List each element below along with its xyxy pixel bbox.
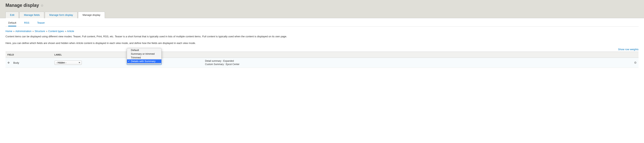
breadcrumb-sep: » [65, 30, 66, 33]
content-region: Default RSS Teaser Home » Administration… [0, 18, 644, 72]
field-name: Body [13, 61, 19, 64]
subtab-rss[interactable]: RSS [24, 21, 29, 26]
table-row: ✥ Body - Hidden - Default S [6, 58, 638, 68]
th-summary [203, 52, 631, 58]
summary-line: Custom Summary : Epcot Center [205, 63, 629, 66]
breadcrumb-sep: » [13, 30, 14, 33]
intro-em: Teaser [115, 35, 122, 38]
format-cell: Default Summary or trimmed Trimmed Detai… [127, 61, 201, 65]
th-ops [631, 52, 638, 58]
tab-edit[interactable]: Edit [6, 12, 19, 18]
breadcrumb-structure[interactable]: Structure [35, 30, 45, 33]
table-header-row: Field Label [6, 52, 638, 58]
gear-icon[interactable]: ⚙ [634, 61, 636, 64]
summary-line: Detail summary : Expanded [205, 59, 629, 63]
th-label: Label [52, 52, 125, 58]
format-dropdown-open: Default Summary or trimmed Trimmed Detai… [127, 48, 162, 63]
label-select-wrap: - Hidden - [54, 61, 82, 65]
format-option-default[interactable]: Default [127, 48, 162, 52]
subtab-default[interactable]: Default [8, 21, 16, 26]
breadcrumb: Home » Administration » Structure » Cont… [6, 30, 638, 33]
page-title: Manage display [6, 3, 39, 8]
label-visibility-select[interactable]: - Hidden - [54, 61, 82, 65]
intro-em: Article [76, 42, 83, 44]
subtab-teaser[interactable]: Teaser [37, 21, 45, 26]
formatter-summary: Detail summary : Expanded Custom Summary… [205, 59, 629, 66]
breadcrumb-article[interactable]: Article [67, 30, 74, 33]
intro-text: content is displayed in each view mode, … [83, 42, 196, 44]
secondary-tabs: Default RSS Teaser [6, 18, 638, 26]
admin-header-region: Manage display ☆ Edit Manage fields Mana… [0, 0, 644, 18]
breadcrumb-administration[interactable]: Administration [15, 30, 31, 33]
tab-manage-form-display[interactable]: Manage form display [45, 12, 78, 18]
intro-text: Here, you can define which fields are sh… [6, 42, 76, 44]
row-weights-toggle: Show row weights [6, 48, 638, 51]
breadcrumb-content-types[interactable]: Content types [48, 30, 64, 33]
field-name-cell: ✥ Body [8, 61, 50, 64]
breadcrumb-home[interactable]: Home [6, 30, 12, 33]
format-option-trimmed[interactable]: Trimmed [127, 56, 162, 59]
th-field: Field [6, 52, 52, 58]
intro-em: Full content [202, 35, 215, 38]
breadcrumb-sep: » [32, 30, 34, 33]
breadcrumb-sep: » [46, 30, 47, 33]
format-option-details-with-summary[interactable]: Details with Summary [127, 59, 162, 63]
intro-paragraph-1: Content items can be displayed using dif… [6, 35, 638, 38]
intro-text: Content items can be displayed using dif… [6, 35, 115, 38]
show-row-weights-link[interactable]: Show row weights [618, 48, 638, 51]
drag-handle-icon[interactable]: ✥ [8, 61, 10, 64]
intro-text: is a short format that is typically used… [122, 35, 202, 38]
tab-manage-fields[interactable]: Manage fields [19, 12, 44, 18]
format-option-summary-or-trimmed[interactable]: Summary or trimmed [127, 52, 162, 56]
primary-tabs: Edit Manage fields Manage form display M… [6, 11, 638, 18]
intro-paragraph-2: Here, you can define which fields are sh… [6, 41, 638, 45]
favorite-star-icon[interactable]: ☆ [40, 3, 44, 8]
page-title-row: Manage display ☆ [6, 3, 638, 8]
intro-text: is typically used when the content is di… [215, 35, 287, 38]
field-display-table: Field Label ✥ Body - Hidden - [6, 52, 638, 68]
tab-manage-display[interactable]: Manage display [78, 12, 105, 18]
